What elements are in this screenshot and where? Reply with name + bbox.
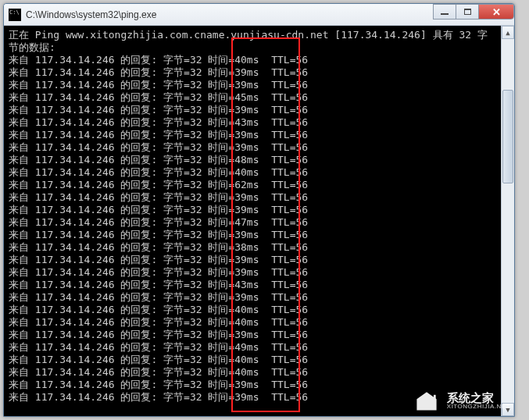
watermark: 系统之家 XITONGZHIJIA.NET [413,389,510,412]
minimize-icon [441,13,449,15]
window-title: C:\Windows\system32\ping.exe [26,9,156,20]
scrollbar-thumb[interactable] [502,90,513,183]
close-icon: ✕ [492,6,501,18]
titlebar[interactable]: C:\Windows\system32\ping.exe ✕ [4,4,514,26]
console-output: 正在 Ping www.xitongzhijia.com.cname.yunji… [4,26,514,416]
minimize-button[interactable] [433,4,456,20]
window-frame: C:\Windows\system32\ping.exe ✕ 正在 Ping w… [3,3,515,417]
watermark-text: 系统之家 XITONGZHIJIA.NET [447,392,510,410]
maximize-icon [464,9,471,15]
maximize-button[interactable] [456,4,479,20]
watermark-cn: 系统之家 [447,392,510,404]
watermark-en: XITONGZHIJIA.NET [447,404,510,410]
cmd-icon [9,9,21,21]
scrollbar[interactable]: ▲ ▼ [501,26,514,416]
svg-rect-0 [434,395,436,400]
scroll-up-button[interactable]: ▲ [502,26,514,39]
window-controls: ✕ [434,4,514,20]
close-button[interactable]: ✕ [478,4,514,20]
watermark-logo-icon [413,389,441,412]
scrollbar-track[interactable] [502,39,514,403]
